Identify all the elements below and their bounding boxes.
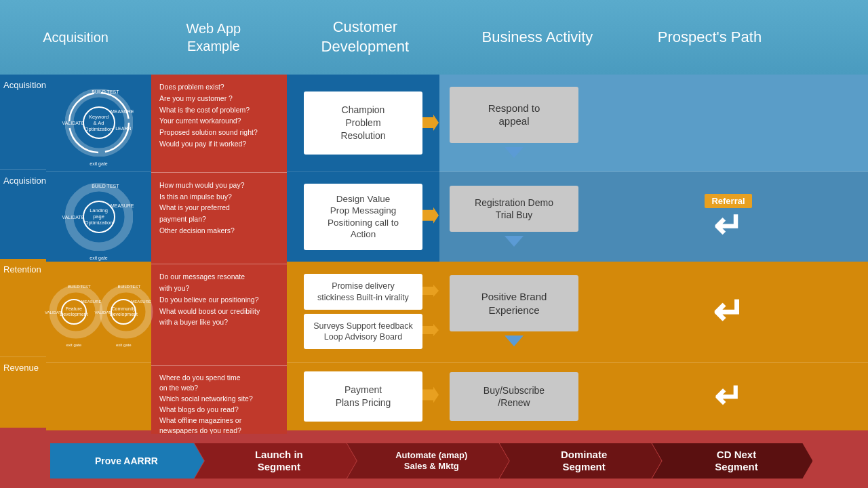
sidebar-retention: Retention bbox=[0, 259, 46, 357]
svg-marker-9 bbox=[422, 207, 439, 224]
growth-step1: Prove AARRR bbox=[50, 443, 204, 479]
growth-step2: Launch in Segment bbox=[195, 443, 357, 479]
custdev-section2: How much would you pay? Is this an impul… bbox=[151, 173, 287, 265]
biz-arrow1 bbox=[422, 115, 439, 131]
prospect-ret: Positive Brand Experience bbox=[439, 262, 589, 362]
custdev-column: Does problem exist? Are you my customer … bbox=[151, 75, 287, 488]
biz-box2: Design Value Prop Messaging Positioning … bbox=[304, 184, 422, 250]
header-prospect: Prospect's Path bbox=[627, 28, 793, 46]
header-custdev: CustomerDevelopment bbox=[282, 18, 448, 56]
growth-step5: CD Next Segment bbox=[652, 443, 813, 479]
referral-arrow-ret: ↵ bbox=[713, 297, 745, 327]
webapp-ret: Feature Development BUILD MEASURE VALIDA… bbox=[46, 262, 151, 362]
referral-ret: ↵ bbox=[589, 262, 868, 362]
cycle-center-acq1: Keyword & Ad Optimization bbox=[83, 106, 115, 139]
biz-arrow4 bbox=[422, 324, 439, 339]
prospect-column: Respond to appeal Registration Demo Tria… bbox=[439, 75, 589, 488]
webapp-column: Keyword & Ad Optimization BUILD MEASURE … bbox=[46, 75, 151, 488]
cycle-acq2: Landing page Optimization BUILD MEASURE … bbox=[65, 183, 133, 251]
header-bizact: Business Activity bbox=[448, 28, 627, 46]
cycle-ret2: Community Development BUILD MEASURE VALI… bbox=[99, 285, 149, 339]
cycle-label-build: BUILD bbox=[92, 89, 106, 94]
header-webapp: Web AppExample bbox=[144, 20, 282, 55]
referral-acq1 bbox=[589, 75, 868, 171]
svg-marker-11 bbox=[422, 324, 439, 336]
exit-gate-acq2: exit gate bbox=[90, 256, 107, 260]
webapp-rev bbox=[46, 362, 151, 430]
biz-acq1: Champion Problem Resolution bbox=[287, 75, 439, 171]
prospect-down3 bbox=[505, 336, 524, 346]
cycle-label-build2: BUILD bbox=[92, 184, 106, 188]
header: Acquisition Web AppExample CustomerDevel… bbox=[0, 0, 868, 75]
cycle-label-measure: MEASURE bbox=[111, 109, 134, 114]
prospect-acq2: Registration Demo Trial Buy bbox=[439, 171, 589, 262]
biz-box1: Champion Problem Resolution bbox=[304, 92, 422, 155]
growth-row: Prove AARRR Launch in Segment Automate (… bbox=[0, 434, 868, 488]
cycle-label-test2: TEST bbox=[107, 184, 119, 188]
cycle-center-ret2: Community Development bbox=[111, 299, 136, 325]
referral-acq2: Referral ↵ bbox=[589, 171, 868, 262]
prospect-box2: Registration Demo Trial Buy bbox=[450, 186, 578, 232]
prospect-down1 bbox=[505, 147, 524, 158]
cycle-acq1: Keyword & Ad Optimization BUILD MEASURE … bbox=[65, 89, 133, 157]
biz-box5: Payment Plans Pricing bbox=[304, 371, 422, 422]
biz-arrow3 bbox=[422, 285, 439, 300]
sidebar-revenue: Revenue bbox=[0, 357, 46, 427]
referral-arrow-rev: ↵ bbox=[714, 383, 743, 410]
webapp-acq2: Landing page Optimization BUILD MEASURE … bbox=[46, 171, 151, 262]
growth-step4: Dominate Segment bbox=[500, 443, 662, 479]
svg-marker-8 bbox=[422, 115, 439, 131]
cycle-center-acq2: Landing page Optimization bbox=[83, 201, 115, 233]
exit-gate-acq1: exit gate bbox=[90, 161, 107, 166]
webapp-acq1: Keyword & Ad Optimization BUILD MEASURE … bbox=[46, 75, 151, 171]
referral-column: Referral ↵ ↵ ↵ bbox=[589, 75, 868, 488]
cycle-label-validate2: VALIDATE bbox=[62, 214, 85, 219]
cycle-ret1: Feature Development BUILD MEASURE VALIDA… bbox=[49, 285, 99, 339]
biz-arrow2 bbox=[422, 207, 439, 227]
cycle-label-learn: LEARN bbox=[115, 126, 131, 131]
referral-rev: ↵ bbox=[589, 362, 868, 430]
biz-arrow5 bbox=[422, 387, 439, 407]
biz-rev: Payment Plans Pricing bbox=[287, 362, 439, 430]
cycle-label-test: TEST bbox=[107, 89, 119, 94]
cycle-label-measure2: MEASURE bbox=[111, 203, 134, 208]
cycle-center-ret1: Feature Development bbox=[61, 299, 87, 325]
header-acquisition: Acquisition bbox=[7, 30, 144, 45]
biz-ret: Promise delivery stickiness Built-in vir… bbox=[287, 262, 439, 362]
bizact-column: Champion Problem Resolution Design Value… bbox=[287, 75, 439, 488]
growth-step3: Automate (amap) Sales & Mktg bbox=[347, 443, 509, 479]
sidebar-acquisition2: Acquisition bbox=[0, 169, 46, 259]
biz-box4: Surveys Support feedback Loop Advisory B… bbox=[304, 314, 422, 350]
prospect-rev: Buy/Subscribe /Renew bbox=[439, 362, 589, 430]
prospect-down2 bbox=[505, 236, 524, 247]
referral-arrow-acq2: ↵ bbox=[713, 212, 743, 241]
custdev-section3: Do our messages resonate with you? Do yo… bbox=[151, 264, 287, 365]
prospect-box4: Buy/Subscribe /Renew bbox=[450, 372, 578, 421]
main-content: Acquisition Acquisition Retention Revenu… bbox=[0, 75, 868, 488]
biz-acq2: Design Value Prop Messaging Positioning … bbox=[287, 171, 439, 262]
cycle-label-validate: VALIDATE bbox=[62, 121, 85, 125]
sidebar: Acquisition Acquisition Retention Revenu… bbox=[0, 75, 46, 488]
prospect-box1: Respond to appeal bbox=[450, 87, 578, 143]
svg-marker-12 bbox=[422, 387, 439, 403]
custdev-section1: Does problem exist? Are you my customer … bbox=[151, 75, 287, 173]
biz-box3: Promise delivery stickiness Built-in vir… bbox=[304, 274, 422, 310]
prospect-box3: Positive Brand Experience bbox=[450, 275, 578, 331]
prospect-acq1: Respond to appeal bbox=[439, 75, 589, 171]
sidebar-acquisition1: Acquisition bbox=[0, 75, 46, 169]
svg-marker-10 bbox=[422, 285, 439, 297]
